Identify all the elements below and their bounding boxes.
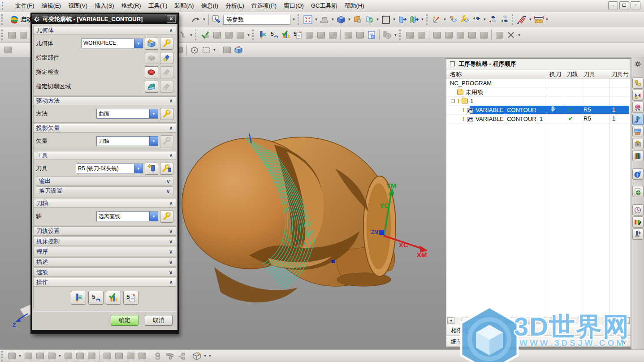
interference-check-button[interactable] — [516, 14, 528, 26]
output-subsection-header[interactable]: 输出 ∨ — [36, 177, 173, 185]
toolbar-drag-handle[interactable] — [1, 30, 4, 40]
dialog-title-bar[interactable]: 可变轮廓铣 - [VARIABLE_CONTOUR] × — [32, 14, 177, 24]
unite-button[interactable] — [101, 350, 113, 362]
roller-button[interactable] — [164, 350, 175, 362]
information-palette-button[interactable]: i — [632, 168, 644, 180]
highlight-cut-area-button[interactable] — [160, 81, 173, 93]
verify-button[interactable] — [106, 291, 121, 305]
operation-navigator-button[interactable] — [632, 114, 644, 125]
rectangle-select-button[interactable] — [200, 44, 212, 56]
hole-button[interactable] — [34, 350, 46, 362]
measure-distance-button[interactable] — [533, 14, 545, 26]
grid-view-button[interactable] — [223, 29, 234, 41]
generate-toolpath-button[interactable] — [257, 29, 268, 41]
machine-tool-button[interactable] — [211, 29, 223, 41]
shop-doc-button[interactable] — [327, 29, 338, 41]
machine-control-group-header[interactable]: 机床控制 ∨ — [33, 237, 176, 246]
pattern-button[interactable] — [62, 350, 74, 362]
tree-expander-icon[interactable]: − — [451, 99, 455, 103]
more-caret[interactable]: ▼ — [207, 354, 212, 358]
new-geometry-button[interactable] — [145, 38, 158, 50]
scroll-right-button[interactable]: ► — [622, 317, 630, 324]
menu-file[interactable]: 文件(F) — [12, 0, 38, 12]
boss-caret[interactable]: ▼ — [57, 354, 62, 358]
feeds-speeds-button[interactable] — [381, 29, 393, 41]
menu-information[interactable]: 信息(I) — [198, 0, 222, 12]
redo-caret[interactable]: ▼ — [202, 17, 207, 22]
menu-preferences[interactable]: 首选项(P) — [248, 0, 280, 12]
clip-section-2-button[interactable] — [363, 14, 375, 26]
menu-help[interactable]: 帮助(H) — [341, 0, 367, 12]
window-minimize-button[interactable]: − — [608, 1, 618, 9]
tree-row-variable-contour[interactable]: ! VARIABLE_CONTOUR ✔ R5 1 — [446, 106, 631, 115]
toolbar-drag-handle[interactable] — [252, 30, 255, 40]
menu-gc-toolbox[interactable]: GC工具箱 — [307, 0, 341, 12]
check-caret[interactable]: ▼ — [528, 17, 533, 22]
information-button[interactable]: i — [211, 14, 222, 26]
dropdown-arrow-icon[interactable]: ▼ — [134, 164, 143, 173]
toolbar-drag-handle[interactable] — [399, 30, 402, 40]
ok-button[interactable]: 确定 — [111, 315, 138, 326]
view-glasses-button[interactable] — [431, 29, 443, 41]
menu-tools[interactable]: 工具(T) — [145, 0, 171, 12]
new-tool-button[interactable] — [145, 163, 158, 175]
accept-button[interactable] — [199, 29, 211, 41]
method-dropdown[interactable]: 曲面 ▼ — [96, 109, 158, 119]
intersect-button[interactable] — [125, 350, 136, 362]
bend-caret[interactable]: ▼ — [189, 33, 194, 37]
navigator-pin-checkbox[interactable] — [450, 61, 455, 66]
window-cascade-button[interactable] — [408, 14, 420, 26]
resource-bar-options-button[interactable] — [632, 58, 644, 69]
cancel-operation-button[interactable] — [505, 29, 517, 41]
tag-create-button[interactable] — [443, 29, 454, 41]
path-settings-group-header[interactable]: 刀轨设置 ∨ — [33, 226, 176, 236]
mirror-view-button[interactable] — [234, 29, 246, 41]
menu-assemblies[interactable]: 装配(A) — [171, 0, 197, 12]
chain-link-button[interactable] — [152, 350, 164, 362]
verify-toolpath-button[interactable] — [280, 29, 292, 41]
program-group-header[interactable]: 程序 ∨ — [33, 247, 176, 256]
select-check-button[interactable] — [145, 66, 158, 78]
move-object-button[interactable] — [447, 14, 459, 26]
tool-block-button[interactable] — [493, 29, 505, 41]
workpiece-display-button[interactable] — [233, 44, 244, 56]
toolbar-drag-handle[interactable] — [1, 351, 4, 362]
list-toolpath-button[interactable]: 5 — [292, 29, 303, 41]
scroll-left-button[interactable]: ◄ — [447, 317, 454, 324]
geometry-group-header[interactable]: 几何体 ∧ — [33, 26, 176, 35]
cancel-caret[interactable]: ▼ — [517, 33, 522, 37]
edit-geometry-button[interactable] — [160, 38, 173, 50]
dropdown-arrow-icon[interactable]: ▼ — [134, 39, 143, 48]
sew-button[interactable] — [136, 350, 148, 362]
show-button[interactable] — [499, 14, 510, 26]
replay-toolpath-button[interactable]: 5 — [268, 29, 280, 41]
dependencies-panel-header[interactable]: 相依性 ∨ — [446, 326, 631, 336]
search-caret[interactable]: ▼ — [291, 17, 296, 22]
list-button[interactable]: 5 — [123, 291, 138, 305]
edit-axis-button[interactable] — [160, 211, 173, 223]
description-group-header[interactable]: 描述 ∨ — [33, 257, 176, 267]
edit-method-button[interactable] — [160, 108, 173, 120]
boss-button[interactable] — [46, 350, 57, 362]
cam-setup-caret[interactable]: ▼ — [246, 33, 251, 37]
highlight-part-button[interactable] — [160, 52, 173, 64]
report-button[interactable] — [366, 29, 377, 41]
snapshot-button[interactable] — [319, 14, 330, 26]
tree-row-program-group[interactable]: − ! 1 — [446, 97, 631, 106]
actions-group-header[interactable]: 操作 ∧ — [33, 278, 176, 287]
extrude-button[interactable] — [22, 350, 34, 362]
select-part-button[interactable] — [145, 52, 158, 64]
menu-edit[interactable]: 编辑(E) — [38, 0, 65, 12]
assembly-navigator-button[interactable] — [632, 78, 644, 89]
tree-row-variable-contour-1[interactable]: ! VARIABLE_CONTOUR_1 ✔ R5 1 — [446, 115, 631, 124]
highlight-check-button[interactable] — [160, 66, 173, 78]
tree-row-nc-program[interactable]: NC_PROGRAM — [446, 79, 631, 88]
toolbar-drag-handle[interactable] — [195, 30, 198, 40]
datum-caret[interactable]: ▼ — [17, 354, 22, 358]
details-panel-header[interactable]: 细节 ∨ — [446, 337, 631, 347]
fit-caret[interactable]: ▼ — [314, 17, 319, 22]
navigator-column-header[interactable]: 名称 换刀 刀轨 刀具 刀具号 — [446, 69, 631, 78]
toolchange-settings-subsection-header[interactable]: 换刀设置 ∨ — [36, 186, 173, 195]
window-close-button[interactable]: × — [631, 1, 640, 9]
drive-method-group-header[interactable]: 驱动方法 ∧ — [33, 96, 176, 105]
